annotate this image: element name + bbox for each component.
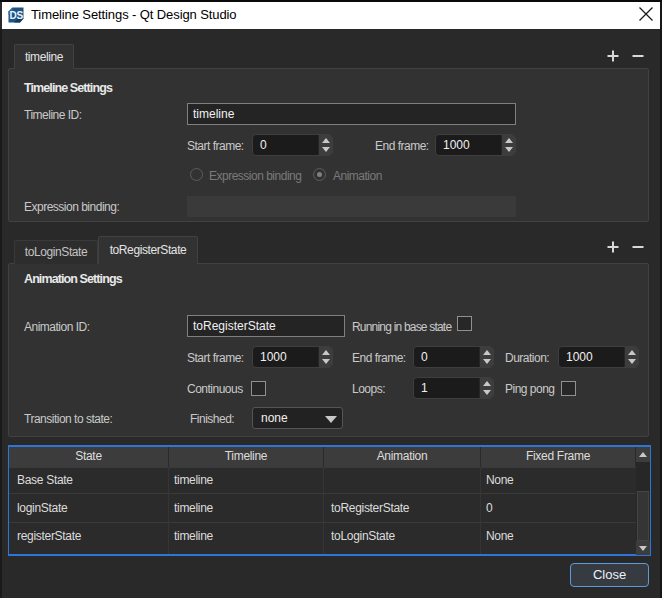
svg-text:DS: DS bbox=[10, 10, 24, 21]
